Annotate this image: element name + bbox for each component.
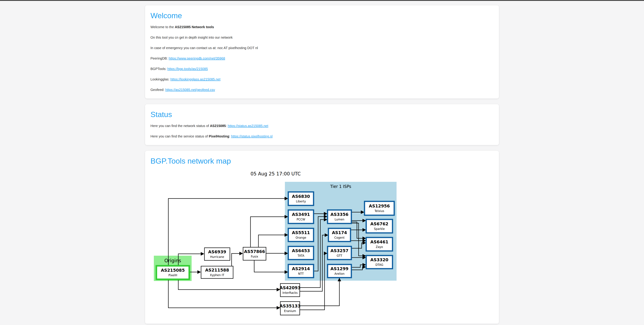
node-AS6461: AS6461Zayo xyxy=(366,238,392,251)
link[interactable]: https://www.peeringdb.com/net/35968 xyxy=(169,56,225,60)
node-org-name: PCCW xyxy=(297,218,305,221)
node-asn: AS57866 xyxy=(244,249,265,254)
top-accent-bar xyxy=(0,0,644,1)
node-asn: AS3257 xyxy=(330,248,348,253)
node-AS35133: AS35133Eranium xyxy=(280,302,300,315)
node-AS215085: AS215085PixelH xyxy=(156,266,189,279)
node-AS12956: AS12956Telxius xyxy=(364,202,394,215)
node-org-name: NTT xyxy=(298,272,304,276)
node-AS5511: AS5511Orange xyxy=(288,228,314,242)
node-AS6830: AS6830Liberty xyxy=(288,192,314,206)
node-asn: AS211588 xyxy=(205,268,229,272)
node-asn: AS3320 xyxy=(370,257,388,262)
bold-text: PixelHosting xyxy=(209,134,229,138)
node-org-name: Cogent xyxy=(334,236,344,239)
paragraph: BGPTools: https://bgp.tools/as/215085 xyxy=(150,67,494,71)
node-asn: AS6453 xyxy=(292,248,310,253)
node-asn: AS174 xyxy=(332,230,347,235)
edge-AS57866-to-AS3491 xyxy=(250,217,288,247)
text: : xyxy=(229,134,231,138)
paragraph: PeeringDB: https://www.peeringdb.com/net… xyxy=(150,56,494,60)
edge-AS35133-to-AS1299 xyxy=(300,278,339,306)
node-asn: AS42093 xyxy=(280,285,300,290)
node-AS6939: AS6939Hurricane xyxy=(204,248,230,260)
link[interactable]: https://as215085.net/geofeed.csv xyxy=(165,88,215,92)
bgp-map-title: BGP.Tools network map xyxy=(150,156,494,166)
link[interactable]: https://lookingglass.as215085.net xyxy=(170,78,220,81)
node-asn: AS6830 xyxy=(292,194,310,199)
node-org-name: Arelion xyxy=(334,272,344,276)
node-AS2914: AS2914NTT xyxy=(288,264,314,278)
text: BGPTools: xyxy=(150,67,167,71)
node-org-name: Orange xyxy=(296,236,306,239)
status-card: Status Here you can find the network sta… xyxy=(145,104,499,145)
node-org-name: PixelH xyxy=(168,274,177,277)
node-asn: AS6461 xyxy=(370,240,388,244)
welcome-card: Welcome Welcome to the AS215085 Network … xyxy=(145,6,499,98)
link[interactable]: https://status.pixelhosting.nl xyxy=(231,134,272,138)
paragraph: Here you can find the network status of … xyxy=(150,124,494,128)
paragraph: Geofeed: https://as215085.net/geofeed.cs… xyxy=(150,88,494,92)
node-AS6453: AS6453TATA xyxy=(288,246,314,260)
node-org-name: Liberty xyxy=(296,200,306,203)
node-asn: AS3356 xyxy=(330,212,348,217)
node-org-name: Xyphen IT xyxy=(210,274,224,277)
node-org-name: Telxius xyxy=(374,209,384,213)
node-org-name: DTAG xyxy=(376,263,384,266)
node-AS3491: AS3491PCCW xyxy=(288,210,314,224)
node-asn: AS1299 xyxy=(330,266,348,271)
node-AS6762: AS6762Sparkle xyxy=(366,220,392,233)
node-AS211588: AS211588Xyphen IT xyxy=(201,266,233,278)
edge-AS215085-to-AS35133 xyxy=(168,279,280,308)
edge-AS211588-to-AS57866 xyxy=(232,254,242,266)
bold-text: AS215085 Network tools xyxy=(175,25,214,29)
node-org-name: Lumen xyxy=(335,218,344,221)
node-org-name: TATA xyxy=(297,254,304,257)
node-AS42093: AS42093InterRacks xyxy=(280,284,300,297)
node-org-name: Fusix xyxy=(251,255,258,258)
link[interactable]: https://bgp.tools/as/215085 xyxy=(167,67,208,71)
bgp-map-card: BGP.Tools network map 05 Aug 25 17:00 UT… xyxy=(145,151,499,324)
node-org-name: GTT xyxy=(337,254,342,257)
node-org-name: Hurricane xyxy=(210,255,224,258)
paragraph: In case of emergency you can contact us … xyxy=(150,46,494,50)
node-asn: AS215085 xyxy=(161,268,185,273)
text: Welcome to the xyxy=(150,25,175,29)
node-org-name: Sparkle xyxy=(374,227,385,230)
edge-AS57866-to-AS2914 xyxy=(254,260,288,272)
node-asn: AS3491 xyxy=(292,212,310,217)
node-asn: AS5511 xyxy=(292,230,310,235)
node-asn: AS2914 xyxy=(292,266,310,271)
edge-AS215085-to-AS42093 xyxy=(178,279,280,290)
text: PeeringDB: xyxy=(150,56,169,60)
paragraph: Here you can find the service status of … xyxy=(150,134,494,138)
text: Geofeed: xyxy=(150,88,165,92)
text: Here you can find the service status of xyxy=(150,134,209,138)
link[interactable]: https://status.as215085.net xyxy=(228,124,268,128)
text: On this tool you cn get in depth insight… xyxy=(150,36,232,39)
node-AS3356: AS3356Lumen xyxy=(328,210,351,224)
node-asn: AS6939 xyxy=(208,250,226,254)
node-AS57866: AS57866Fusix xyxy=(243,247,266,260)
text: Lookingglas: xyxy=(150,78,170,81)
status-title: Status xyxy=(150,110,494,119)
text: Here you can find the network status of xyxy=(150,124,210,128)
welcome-title: Welcome xyxy=(150,11,494,20)
origins-label: Origins xyxy=(164,258,181,264)
node-org-name: InterRacks xyxy=(282,291,298,294)
node-asn: AS6762 xyxy=(370,222,388,226)
node-AS3257: AS3257GTT xyxy=(328,246,351,260)
paragraph: Lookingglas: https://lookingglass.as2150… xyxy=(150,77,494,81)
node-AS1299: AS1299Arelion xyxy=(328,264,351,278)
text: In case of emergency you can contact us … xyxy=(150,46,258,50)
map-timestamp: 05 Aug 25 17:00 UTC xyxy=(250,171,301,176)
paragraph: Welcome to the AS215085 Network tools xyxy=(150,25,494,29)
node-AS3320: AS3320DTAG xyxy=(366,256,392,269)
edge-AS57866-to-AS5511 xyxy=(258,235,288,247)
welcome-paragraphs: Welcome to the AS215085 Network toolsOn … xyxy=(150,25,494,92)
node-org-name: Eranium xyxy=(284,309,296,313)
network-map: 05 Aug 25 17:00 UTCTier 1 ISPsOriginsAS2… xyxy=(152,170,494,317)
tier1-isps-label: Tier 1 ISPs xyxy=(330,184,351,189)
paragraph: On this tool you cn get in depth insight… xyxy=(150,36,494,40)
node-AS174: AS174Cogent xyxy=(328,228,350,242)
